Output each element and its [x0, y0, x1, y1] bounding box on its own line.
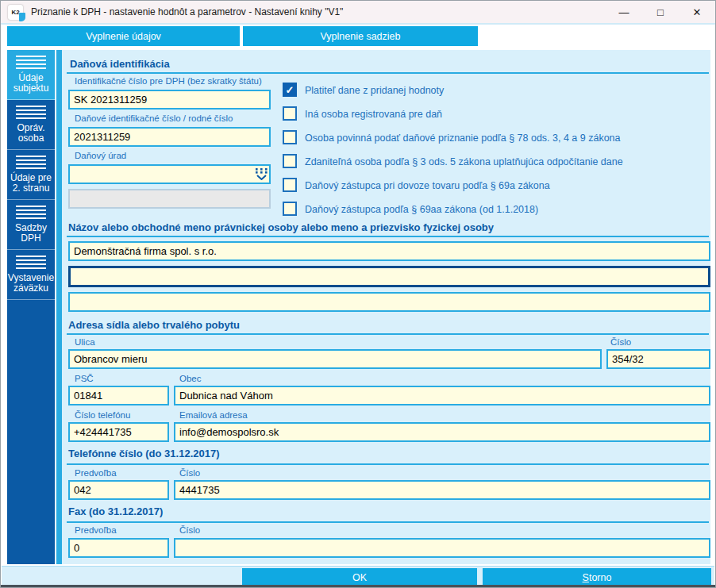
zip-input[interactable] [68, 386, 169, 405]
sidebar-separator [56, 50, 62, 564]
sidebar-item-authorized-person[interactable]: Opráv. osoba [7, 100, 55, 150]
maximize-button[interactable]: □ [642, 1, 679, 23]
sidebar: Údaje subjektu Opráv. osoba Údaje pre 2.… [7, 50, 55, 564]
sidebar-item-label: Opráv. osoba [17, 122, 44, 144]
checkbox-label-taxable-person-section-3: Zdaniteľná osoba podľa § 3 ods. 5 zákona… [305, 156, 623, 167]
window-controls: — □ ✕ [606, 1, 715, 23]
checkbox-obliged-section-78[interactable]: ✓ [283, 130, 297, 144]
checkbox-label-tax-representative-69aa: Daňový zástupca podľa § 69aa zákona (od … [305, 204, 538, 215]
sidebar-item-subject-data[interactable]: Údaje subjektu [7, 50, 55, 100]
minimize-button[interactable]: — [606, 1, 642, 23]
tax-number-input[interactable] [68, 127, 271, 147]
phone2017-number-input[interactable] [174, 480, 710, 500]
company-name-line1-input[interactable] [68, 241, 710, 261]
company-name-line2-input[interactable] [68, 266, 710, 287]
tax-office-label: Daňový úrad [75, 151, 126, 160]
city-label: Obec [179, 374, 202, 383]
section-divider [67, 72, 709, 74]
fax2017-number-label: Číslo [179, 525, 200, 535]
sidebar-item-second-party-data[interactable]: Údaje pre 2. stranu [7, 150, 55, 200]
phone-label: Číslo telefónu [75, 410, 130, 420]
sidebar-item-label: Vystavenie záväzku [8, 272, 54, 294]
tax-number-label: Daňové identifikačné číslo / rodné číslo [75, 113, 233, 123]
dialog-window: K2 Priznanie k DPH - nastavenie hodnôt a… [0, 0, 716, 588]
section-title-fax-2017: Fax (do 31.12.2017) [68, 505, 163, 517]
section-title-company-name: Názov alebo obchodné meno právnickej oso… [68, 221, 494, 233]
section-divider [67, 333, 709, 335]
section-divider [67, 521, 709, 523]
tab-fill-rates[interactable]: Vyplnenie sadzieb [243, 26, 478, 46]
menu-icon [16, 106, 46, 119]
checkbox-label-vat-payer: Platiteľ dane z pridanej hodnoty [305, 85, 444, 96]
section-title-address: Adresa sídla alebo trvalého pobytu [68, 319, 240, 331]
checkbox-taxable-person-section-3[interactable]: ✓ [283, 154, 297, 168]
city-input[interactable] [174, 386, 710, 405]
sidebar-item-label: Údaje subjektu [13, 72, 49, 94]
check-icon: ✓ [286, 85, 294, 95]
tax-office-combobox[interactable] [68, 164, 271, 184]
section-title-phone-2017: Telefónne číslo (do 31.12.2017) [68, 448, 220, 459]
form-panel: Daňová identifikácia Identifikačné číslo… [62, 50, 710, 564]
checkbox-tax-representative-69aa[interactable]: ✓ [283, 202, 297, 216]
sidebar-item-issue-liability[interactable]: Vystavenie záväzku [7, 250, 55, 300]
sidebar-item-vat-rates[interactable]: Sadzby DPH [7, 200, 55, 250]
tax-office-detail-field [68, 189, 271, 209]
checkbox-other-registered-person[interactable]: ✓ [283, 106, 297, 121]
checkbox-label-other-registered-person: Iná osoba registrovaná pre daň [305, 109, 442, 120]
street-input[interactable] [68, 349, 602, 369]
menu-icon [16, 56, 46, 69]
checkbox-vat-payer[interactable]: ✓ [283, 83, 297, 97]
tab-bar: Vyplnenie údajov Vyplnenie sadzieb [1, 26, 715, 46]
menu-icon [16, 206, 46, 219]
app-icon: K2 [8, 5, 23, 20]
phone2017-prefix-label: Predvoľba [75, 468, 117, 478]
phone2017-prefix-input[interactable] [68, 480, 169, 500]
fax2017-prefix-label: Predvoľba [75, 525, 117, 535]
section-divider [67, 463, 709, 465]
close-icon: ✕ [693, 6, 702, 18]
phone2017-number-label: Číslo [179, 468, 200, 478]
section-divider [67, 236, 709, 237]
fax2017-prefix-input[interactable] [68, 538, 169, 558]
company-name-line3-input[interactable] [68, 292, 710, 312]
section-title-tax-identification: Daňová identifikácia [70, 58, 170, 70]
maximize-icon: □ [657, 6, 664, 18]
menu-icon [16, 156, 46, 169]
vat-id-input[interactable] [68, 90, 271, 110]
checkbox-tax-representative-import[interactable]: ✓ [283, 178, 297, 192]
fax2017-number-input[interactable] [174, 538, 710, 558]
street-label: Ulica [75, 337, 95, 347]
street-number-input[interactable] [606, 349, 710, 369]
checkbox-label-tax-representative-import: Daňový zástupca pri dovoze tovaru podľa … [305, 180, 550, 191]
cancel-button[interactable]: Storno [483, 568, 711, 587]
zip-label: PSČ [75, 374, 94, 383]
email-input[interactable] [174, 422, 710, 442]
minimize-icon: — [619, 6, 629, 18]
ok-button-label: OK [352, 572, 367, 583]
footer-bar: OK Storno [2, 566, 714, 586]
checkbox-label-obliged-section-78: Osoba povinná podať daňové priznanie pod… [305, 133, 621, 144]
ok-button[interactable]: OK [242, 568, 477, 587]
title-bar: K2 Priznanie k DPH - nastavenie hodnôt a… [1, 1, 715, 25]
vat-id-label: Identifikačné číslo pre DPH (bez skratky… [75, 76, 262, 86]
phone-input[interactable] [68, 422, 169, 442]
email-label: Emailová adresa [179, 410, 248, 420]
menu-icon [16, 256, 46, 269]
dropdown-icon[interactable] [255, 168, 268, 180]
cancel-button-label: Storno [583, 572, 612, 583]
sidebar-item-label: Údaje pre 2. stranu [10, 172, 52, 194]
tab-fill-data[interactable]: Vyplnenie údajov [7, 26, 240, 46]
app-icon-text: K2 [11, 9, 19, 16]
sidebar-item-label: Sadzby DPH [15, 222, 47, 244]
close-button[interactable]: ✕ [679, 1, 715, 23]
street-number-label: Číslo [610, 337, 631, 347]
window-title: Priznanie k DPH - nastavenie hodnôt a pa… [31, 6, 343, 17]
